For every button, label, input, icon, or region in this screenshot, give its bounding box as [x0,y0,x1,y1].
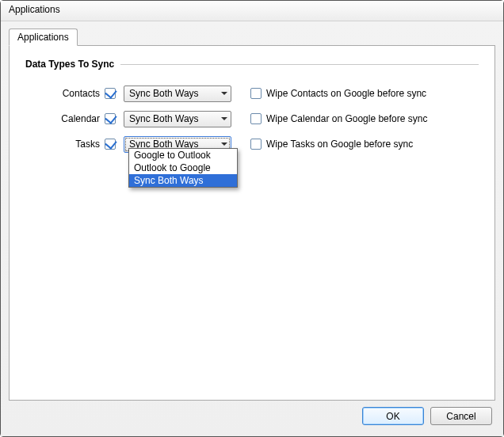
tab-panel: Data Types To Sync Contacts Sync Both Wa… [9,45,495,401]
row-contacts: Contacts Sync Both Ways Wipe Contacts on… [49,81,479,106]
chevron-down-icon [218,112,231,127]
tab-applications[interactable]: Applications [9,28,78,46]
tasks-wipe-checkbox[interactable] [250,139,262,150]
dropdown-option-outlook-to-google[interactable]: Outlook to Google [129,162,237,174]
dialog-window: Applications Applications Data Types To … [0,0,504,437]
dialog-body: Applications Data Types To Sync Contacts… [1,21,503,436]
window-title: Applications [9,4,60,15]
contacts-combo-value: Sync Both Ways [124,88,218,99]
tasks-wipe-group: Wipe Tasks on Google before sync [250,139,413,150]
calendar-combo-value: Sync Both Ways [124,113,218,124]
dialog-button-row: OK Cancel [9,401,495,431]
form-rows: Contacts Sync Both Ways Wipe Contacts on… [49,81,479,157]
cancel-button-label: Cancel [446,411,475,422]
contacts-direction-combo[interactable]: Sync Both Ways [124,86,231,102]
row-calendar: Calendar Sync Both Ways Wipe Calendar on… [49,106,479,131]
calendar-wipe-label: Wipe Calendar on Google before sync [266,113,427,124]
dropdown-option-sync-both-ways[interactable]: Sync Both Ways [129,174,237,187]
contacts-enable-checkbox[interactable] [105,88,116,99]
contacts-wipe-checkbox[interactable] [250,88,262,99]
contacts-wipe-label: Wipe Contacts on Google before sync [266,88,426,99]
chevron-down-icon [218,86,231,101]
section-divider [120,64,479,65]
contacts-label: Contacts [49,88,105,99]
calendar-wipe-checkbox[interactable] [250,113,262,124]
calendar-direction-combo[interactable]: Sync Both Ways [124,111,231,127]
tasks-label: Tasks [49,139,105,150]
titlebar: Applications [1,1,503,21]
contacts-wipe-group: Wipe Contacts on Google before sync [250,88,426,99]
calendar-wipe-group: Wipe Calendar on Google before sync [250,113,427,124]
tab-label: Applications [17,32,69,43]
tasks-direction-dropdown[interactable]: Google to Outlook Outlook to Google Sync… [128,148,238,188]
calendar-label: Calendar [49,113,105,124]
tasks-wipe-label: Wipe Tasks on Google before sync [266,139,413,150]
ok-button[interactable]: OK [362,407,424,425]
calendar-enable-checkbox[interactable] [105,113,116,124]
section-title: Data Types To Sync [25,59,120,70]
dropdown-option-google-to-outlook[interactable]: Google to Outlook [129,149,237,162]
tab-strip: Applications [9,28,495,45]
tab-container: Applications Data Types To Sync Contacts… [9,28,495,401]
section-header: Data Types To Sync [25,59,479,70]
tasks-enable-checkbox[interactable] [105,139,116,150]
row-tasks: Tasks Sync Both Ways Wipe Tasks on Googl… [49,131,479,157]
cancel-button[interactable]: Cancel [430,407,492,425]
ok-button-label: OK [386,411,399,422]
